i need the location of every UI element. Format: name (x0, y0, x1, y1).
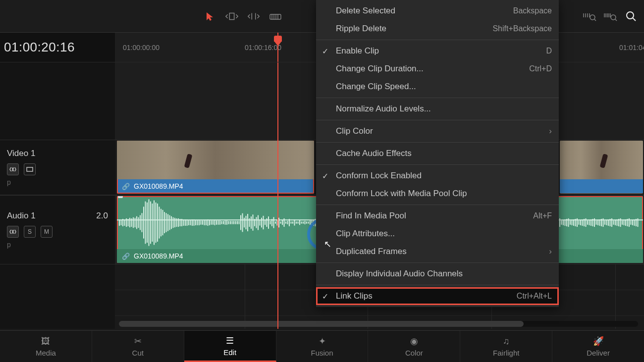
video-clip[interactable] (560, 141, 643, 194)
svg-rect-306 (638, 218, 639, 227)
video-clip[interactable]: GX010089.MP4 (117, 141, 314, 194)
svg-rect-63 (216, 220, 217, 225)
auto-select-toggle[interactable] (7, 163, 19, 175)
svg-rect-83 (251, 216, 252, 229)
auto-select-toggle[interactable] (7, 226, 19, 238)
svg-rect-71 (230, 221, 231, 224)
svg-rect-279 (590, 219, 591, 226)
selection-tool-icon[interactable] (203, 9, 217, 23)
svg-rect-19 (140, 215, 141, 230)
svg-rect-87 (258, 215, 259, 230)
menu-item-cache-audio-effects[interactable]: Cache Audio Effects (316, 145, 559, 162)
menu-item-display-individual-audio-channels[interactable]: Display Individual Audio Channels (316, 265, 559, 283)
page-tab-label: Edit (223, 348, 236, 357)
search-icon[interactable] (624, 9, 638, 23)
menu-item-conform-lock-with-media-pool-clip[interactable]: Conform Lock with Media Pool Clip (316, 185, 559, 203)
svg-rect-47 (188, 220, 189, 225)
menu-item-label: Find In Media Pool (336, 211, 533, 221)
trim-tool-icon[interactable] (225, 9, 239, 23)
svg-rect-283 (597, 220, 598, 225)
svg-rect-107 (292, 221, 293, 223)
page-tab-cut[interactable]: ✂Cut (92, 331, 184, 362)
clip-name: GX010089.MP4 (134, 252, 183, 260)
menu-item-label: Cache Audio Effects (336, 149, 552, 158)
timecode-display[interactable]: 01:00:20:16 (0, 33, 115, 62)
svg-rect-61 (213, 220, 214, 225)
svg-rect-72 (232, 221, 233, 224)
menu-item-clip-attributes[interactable]: Clip Attributes... (316, 225, 559, 243)
svg-rect-59 (209, 220, 210, 225)
page-tab-fairlight[interactable]: ♫Fairlight (460, 331, 552, 362)
page-tab-media[interactable]: 🖼Media (0, 331, 92, 362)
page-tab-fusion[interactable]: ✦Fusion (276, 331, 369, 362)
menu-item-normalize-audio-levels[interactable]: Normalize Audio Levels... (316, 100, 559, 118)
dynamic-trim-icon[interactable] (247, 9, 261, 23)
svg-rect-37 (171, 216, 172, 229)
svg-rect-118 (312, 220, 313, 225)
menu-shortcut: Alt+F (533, 211, 552, 220)
svg-point-2 (590, 15, 595, 20)
svg-rect-115 (306, 221, 307, 223)
svg-rect-62 (215, 220, 215, 225)
playhead-marker[interactable] (277, 33, 278, 62)
menu-item-ripple-delete[interactable]: Ripple DeleteShift+Backspace (316, 20, 559, 38)
svg-rect-50 (194, 219, 195, 226)
timeline-scrollbar[interactable] (119, 321, 638, 327)
menu-item-find-in-media-pool[interactable]: Find In Media PoolAlt+F (316, 207, 559, 225)
svg-rect-302 (631, 220, 632, 225)
svg-rect-66 (221, 221, 222, 224)
menu-item-label: Conform Lock Enabled (336, 171, 552, 181)
menu-item-label: Link Clips (336, 291, 517, 301)
menu-item-conform-lock-enabled[interactable]: ✓Conform Lock Enabled (316, 167, 559, 185)
menu-item-label: Clip Color (336, 126, 552, 136)
audio-track-header[interactable]: Audio 1 2.0 S M p (0, 196, 115, 264)
svg-rect-40 (176, 218, 177, 227)
svg-rect-262 (561, 220, 562, 225)
solo-toggle[interactable]: S (24, 226, 36, 238)
svg-rect-94 (270, 221, 271, 224)
svg-rect-266 (568, 218, 569, 227)
menu-item-label: Display Individual Audio Channels (336, 269, 552, 279)
track-view-toggle[interactable] (24, 163, 36, 175)
video-track-header[interactable]: Video 1 p (0, 140, 115, 195)
fairlight-page-icon: ♫ (503, 336, 510, 347)
blade-tool-icon[interactable] (268, 9, 282, 23)
svg-rect-108 (294, 220, 295, 226)
svg-rect-99 (278, 218, 279, 228)
zoom-custom-icon[interactable] (603, 9, 617, 23)
svg-rect-263 (563, 220, 564, 225)
menu-item-enable-clip[interactable]: ✓Enable ClipD (316, 42, 559, 60)
menu-item-change-clip-speed[interactable]: Change Clip Speed... (316, 78, 559, 96)
svg-rect-288 (606, 220, 607, 225)
menu-item-clip-color[interactable]: Clip Color› (316, 122, 559, 140)
mute-toggle[interactable]: M (41, 226, 53, 238)
menu-item-label: Change Clip Duration... (336, 64, 529, 74)
svg-rect-276 (586, 218, 587, 227)
svg-rect-95 (271, 219, 272, 226)
menu-item-duplicated-frames[interactable]: Duplicated Frames› (316, 243, 559, 260)
page-tab-label: Media (36, 349, 56, 357)
page-tab-edit[interactable]: ☰Edit (184, 331, 276, 362)
svg-rect-102 (284, 218, 285, 227)
svg-rect-13 (129, 218, 130, 227)
svg-rect-300 (627, 219, 628, 226)
menu-item-delete-selected[interactable]: Delete SelectedBackspace (316, 2, 559, 20)
svg-rect-84 (253, 214, 254, 231)
cut-page-icon: ✂ (134, 336, 142, 347)
svg-rect-295 (618, 219, 619, 226)
svg-rect-70 (228, 221, 229, 224)
svg-rect-82 (249, 218, 250, 227)
page-tab-label: Fusion (311, 349, 333, 357)
menu-item-link-clips[interactable]: ✓Link ClipsCtrl+Alt+L (316, 287, 559, 305)
svg-rect-56 (204, 220, 205, 225)
scrollbar-thumb[interactable] (119, 321, 524, 327)
deliver-page-icon: 🚀 (593, 336, 604, 347)
svg-rect-267 (570, 220, 571, 225)
page-tab-deliver[interactable]: 🚀Deliver (552, 331, 644, 362)
zoom-presets-icon[interactable] (583, 9, 596, 23)
page-tab-label: Cut (132, 349, 144, 357)
page-tab-color[interactable]: ◉Color (368, 331, 460, 362)
svg-rect-49 (192, 219, 193, 226)
menu-item-change-clip-duration[interactable]: Change Clip Duration...Ctrl+D (316, 60, 559, 78)
svg-rect-8 (121, 220, 122, 225)
